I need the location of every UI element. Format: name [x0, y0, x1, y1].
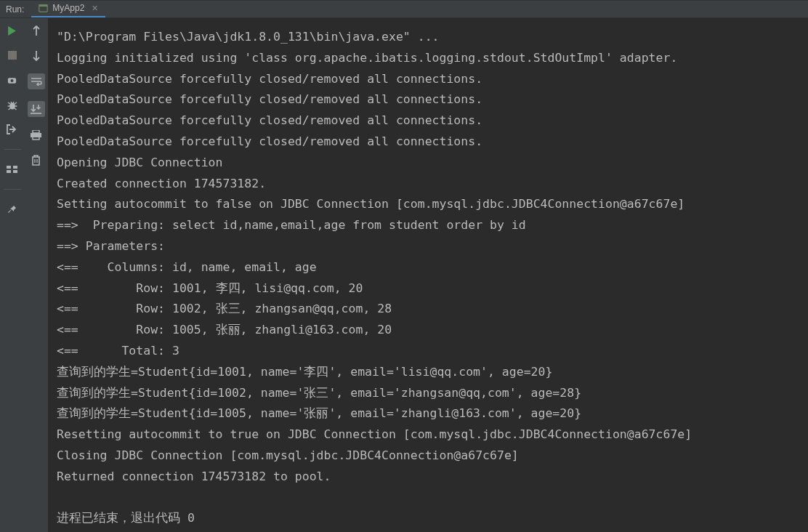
console-line: ==> Preparing: select id,name,email,age … — [51, 215, 808, 236]
dump-threads-button[interactable] — [5, 73, 20, 86]
console-line: Created connection 174573182. — [51, 174, 808, 195]
console-line: Returned connection 174573182 to pool. — [51, 467, 808, 488]
console-line — [51, 488, 808, 509]
svg-rect-17 — [13, 170, 17, 173]
console-line: Opening JDBC Connection — [51, 153, 808, 174]
console-line: <== Row: 1001, 李四, lisi@qq.com, 20 — [51, 278, 808, 299]
close-tab-icon[interactable]: × — [92, 2, 97, 14]
run-tab[interactable]: MyApp2 × — [31, 1, 105, 18]
run-header: Run: MyApp2 × — [0, 0, 808, 17]
svg-rect-16 — [7, 170, 11, 173]
console-line: <== Row: 1002, 张三, zhangsan@qq,com, 28 — [51, 299, 808, 320]
scroll-to-end-button[interactable] — [28, 101, 45, 117]
layout-icon[interactable] — [5, 163, 20, 176]
gutter-divider-2 — [4, 189, 21, 190]
soft-wrap-button[interactable] — [28, 73, 45, 89]
exit-icon[interactable] — [5, 123, 20, 136]
console-line: PooledDataSource forcefully closed/remov… — [51, 110, 808, 132]
console-line: 查询到的学生=Student{id=1005, name='张丽', email… — [51, 403, 808, 424]
console-line: 进程已结束，退出代码 0 — [51, 508, 808, 529]
console-line: <== Columns: id, name, email, age — [51, 257, 808, 278]
gutter-divider — [4, 149, 21, 150]
down-arrow-button[interactable] — [29, 49, 44, 62]
left-gutter — [0, 17, 24, 532]
svg-line-13 — [13, 102, 14, 103]
svg-line-12 — [11, 102, 12, 103]
console-line: PooledDataSource forcefully closed/remov… — [51, 69, 808, 90]
console-line: Closing JDBC Connection [com.mysql.jdbc.… — [51, 446, 808, 467]
console-output[interactable]: "D:\Program Files\Java\jdk1.8.0_131\bin\… — [48, 17, 808, 532]
console-line: 查询到的学生=Student{id=1002, name='张三', email… — [51, 383, 808, 404]
console-line: <== Total: 3 — [51, 341, 808, 362]
clear-all-button[interactable] — [29, 153, 44, 166]
svg-line-10 — [8, 108, 10, 110]
svg-rect-14 — [7, 166, 11, 169]
svg-point-4 — [10, 78, 13, 81]
tab-name: MyApp2 — [52, 3, 84, 13]
console-line: 查询到的学生=Student{id=1001, name='李四', email… — [51, 362, 808, 383]
debug-icon[interactable] — [5, 98, 20, 111]
print-button[interactable] — [29, 129, 44, 142]
svg-line-7 — [15, 102, 17, 104]
svg-rect-1 — [39, 4, 47, 6]
pin-icon[interactable] — [5, 203, 20, 216]
console-line: PooledDataSource forcefully closed/remov… — [51, 89, 808, 110]
console-line: Resetting autocommit to true on JDBC Con… — [51, 424, 808, 446]
main-area: "D:\Program Files\Java\jdk1.8.0_131\bin\… — [0, 17, 808, 532]
svg-rect-15 — [13, 166, 17, 169]
console-line: <== Row: 1005, 张丽, zhangli@163.com, 20 — [51, 320, 808, 341]
up-arrow-button[interactable] — [29, 24, 44, 37]
run-label: Run: — [0, 4, 31, 15]
toolbar-column — [24, 17, 48, 532]
console-line: PooledDataSource forcefully closed/remov… — [51, 132, 808, 153]
app-icon — [39, 4, 48, 13]
console-line: Setting autocommit to false on JDBC Conn… — [51, 194, 808, 215]
console-line: "D:\Program Files\Java\jdk1.8.0_131\bin\… — [51, 27, 808, 48]
svg-point-5 — [9, 102, 15, 109]
svg-rect-21 — [33, 136, 39, 140]
svg-line-11 — [15, 108, 17, 110]
rerun-button[interactable] — [5, 24, 20, 37]
console-line: ==> Parameters: — [51, 236, 808, 257]
svg-line-6 — [8, 102, 10, 104]
console-line: Logging initialized using 'class org.apa… — [51, 48, 808, 69]
stop-button[interactable] — [5, 49, 20, 62]
svg-rect-2 — [8, 51, 17, 60]
svg-rect-19 — [33, 130, 39, 133]
